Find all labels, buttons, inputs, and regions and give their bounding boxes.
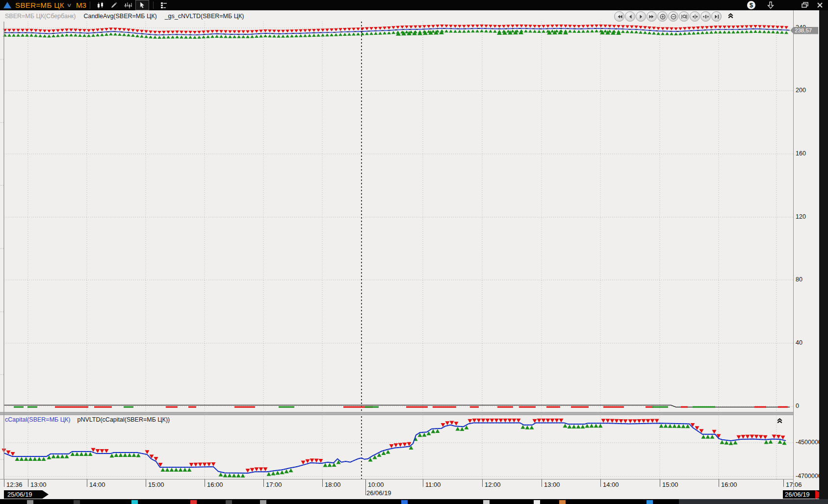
time-tick — [322, 479, 323, 487]
time-tick — [146, 479, 146, 487]
price-axis: 24020016012080400-45000000-47000000 — [793, 10, 820, 499]
title-bar: SBER=МБ ЦК ∨ М3 $ — [0, 0, 828, 10]
step-forward-fast-button[interactable] — [647, 11, 657, 22]
time-label: 18:00 — [325, 481, 341, 488]
end-date-badge: 26/06/19 — [783, 490, 819, 499]
zoom-in-button[interactable] — [657, 11, 668, 22]
close-icon[interactable] — [813, 0, 826, 10]
time-label: 15:00 — [148, 481, 164, 488]
y-axis-label: 40 — [796, 339, 802, 346]
time-tick — [600, 479, 601, 487]
taskbar-app-icon[interactable] — [226, 500, 232, 504]
y-axis-label: 160 — [796, 150, 806, 157]
taskbar-app-icon[interactable] — [559, 500, 566, 504]
taskbar-app-icon[interactable] — [131, 500, 138, 504]
taskbar-app-icon[interactable] — [483, 500, 490, 504]
start-date-badge: 25/06/19 — [4, 490, 49, 499]
time-label: 14:00 — [89, 481, 105, 488]
pencil-tool-button[interactable] — [108, 0, 121, 10]
session-date-label: 26/06/19 — [366, 489, 391, 497]
instrument-triangle-icon — [3, 2, 11, 8]
time-axis: 25/06/19 26/06/19 12:3613:0014:0015:0016… — [0, 479, 793, 500]
taskbar-app-icon[interactable] — [647, 500, 653, 504]
time-label: 10:00 — [368, 481, 384, 488]
time-label: 11:00 — [425, 481, 441, 488]
time-tick — [87, 479, 87, 487]
time-tick — [4, 479, 4, 487]
time-label: 14:00 — [603, 481, 619, 488]
zoom-out-button[interactable] — [668, 11, 678, 22]
time-tick — [542, 479, 542, 487]
go-to-end-button[interactable] — [711, 11, 722, 22]
time-tick — [423, 479, 423, 487]
compress-candles-button[interactable] — [700, 11, 711, 22]
time-label: 17:06 — [786, 481, 802, 488]
time-tick — [783, 479, 784, 487]
chevron-down-icon[interactable]: ∨ — [66, 2, 72, 8]
chart-nav-toolbar — [614, 11, 722, 22]
collapse-main-pane-icon[interactable] — [727, 12, 735, 20]
taskbar-app-icon[interactable] — [27, 500, 33, 504]
taskbar-app-icon[interactable] — [260, 500, 266, 504]
sub-legend-item-0: cCapital(SBER=МБ ЦК) — [5, 416, 70, 423]
time-label: 13:00 — [544, 481, 560, 488]
strategy-tool-button[interactable] — [122, 0, 134, 10]
time-tick — [205, 479, 205, 487]
step-forward-button[interactable] — [636, 11, 646, 22]
window-right-edge — [819, 10, 828, 499]
step-back-button[interactable] — [625, 11, 635, 22]
legend-item-0: SBER=МБ ЦК(Сбербанк) — [5, 13, 76, 20]
candles-tool-button[interactable] — [94, 0, 107, 10]
y-axis-label: 120 — [796, 213, 806, 220]
levels-tool-button[interactable] — [157, 0, 170, 10]
y-axis-label: 80 — [796, 276, 802, 283]
time-tick — [263, 479, 264, 487]
restore-window-icon[interactable] — [799, 0, 811, 10]
zoom-select-button[interactable] — [679, 11, 689, 22]
dollar-icon[interactable]: $ — [747, 1, 755, 9]
collapse-sub-pane-icon[interactable] — [776, 417, 784, 425]
taskbar-app-icon[interactable] — [190, 500, 197, 504]
y-axis-label: 0 — [796, 403, 799, 409]
time-tick — [482, 479, 483, 487]
time-label: 16:00 — [721, 481, 737, 488]
compress-horizontal-button[interactable] — [690, 11, 700, 22]
time-tick — [660, 479, 660, 487]
legend-item-2: _gs_cNVLTD(SBER=МБ ЦК) — [165, 13, 244, 20]
taskbar-app-icon[interactable] — [401, 500, 408, 504]
step-back-fast-button[interactable] — [614, 11, 624, 22]
y-axis-label: 200 — [796, 87, 806, 94]
chart-plot-area[interactable] — [0, 22, 793, 479]
time-label: 13:00 — [30, 481, 47, 488]
taskbar-app-icon[interactable] — [74, 500, 80, 504]
time-label: 16:00 — [207, 481, 223, 488]
taskbar-app-icon[interactable] — [534, 500, 540, 504]
cursor-tool-button[interactable] — [135, 0, 149, 10]
time-label: 12:36 — [6, 481, 23, 488]
time-tick — [28, 479, 28, 487]
time-label: 12:00 — [485, 481, 501, 488]
time-tick — [365, 479, 366, 495]
sub-chart-legend: cCapital(SBER=МБ ЦК)pNVLTD(cCapital(SBER… — [5, 416, 170, 423]
time-label: 15:00 — [662, 481, 678, 488]
sub-legend-item-1: pNVLTD(cCapital(SBER=МБ ЦК)) — [77, 416, 170, 423]
timeframe-label[interactable]: М3 — [76, 1, 86, 9]
time-label: 17:00 — [266, 481, 282, 488]
last-price-tag: 238,57 — [790, 27, 818, 34]
trading-terminal-window: SBER=МБ ЦК ∨ М3 $ — [0, 0, 828, 504]
download-icon[interactable] — [764, 0, 777, 10]
time-tick — [719, 479, 719, 487]
os-taskbar[interactable] — [0, 499, 828, 504]
legend-item-1: CandleAvg(SBER=МБ ЦК) — [83, 13, 156, 20]
symbol-title[interactable]: SBER=МБ ЦК — [15, 1, 64, 9]
